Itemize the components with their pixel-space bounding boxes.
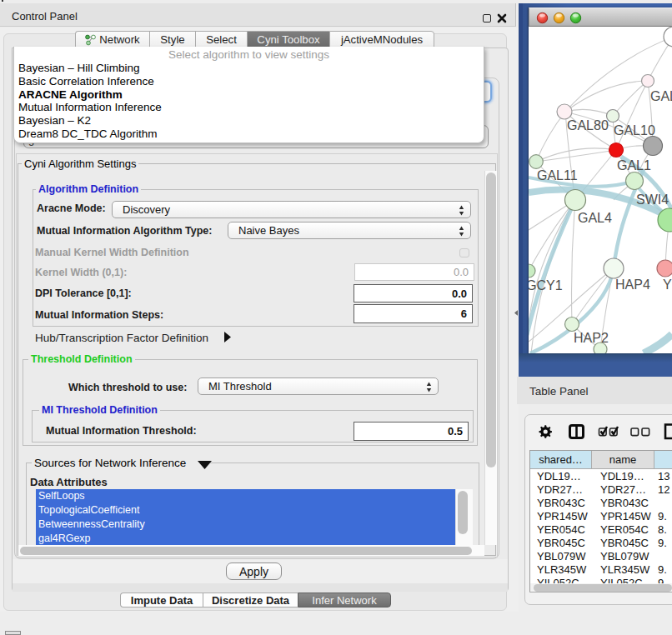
svg-text:GAL7: GAL7 [650,89,672,103]
svg-text:HAP2: HAP2 [574,331,609,345]
svg-text:SWI4: SWI4 [636,192,669,207]
svg-text:HAP4: HAP4 [615,278,650,292]
svg-text:GAL4: GAL4 [578,211,612,225]
svg-text:GAL80: GAL80 [567,118,609,132]
svg-text:GAL10: GAL10 [614,123,655,138]
svg-text:GAL11: GAL11 [537,168,578,182]
svg-text:GAL1: GAL1 [617,158,651,172]
svg-text:Y: Y [663,278,672,292]
svg-text:GCY1: GCY1 [529,278,563,292]
